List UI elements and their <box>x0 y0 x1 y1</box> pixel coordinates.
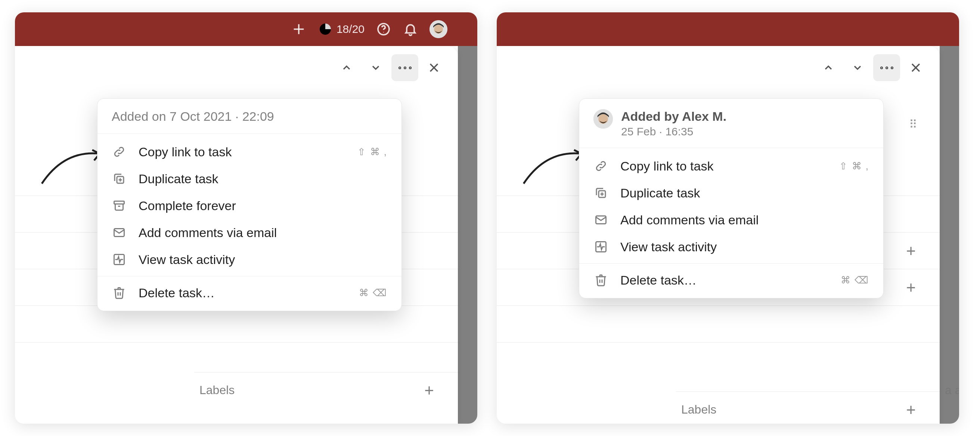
previous-task-button[interactable] <box>815 54 842 81</box>
link-icon <box>112 144 127 159</box>
close-button[interactable] <box>420 54 447 81</box>
chevron-down-icon <box>851 62 864 73</box>
background-strip <box>940 46 959 424</box>
bell-icon[interactable] <box>402 21 418 37</box>
more-horizontal-icon <box>398 67 412 69</box>
user-avatar[interactable] <box>430 20 447 38</box>
labels-heading: Labels <box>199 383 235 397</box>
menu-item-shortcut: ⇧ ⌘ , <box>357 146 387 158</box>
next-task-button[interactable] <box>362 54 389 81</box>
menu-item-label: Copy link to task <box>620 159 827 174</box>
menu-item-label: Delete task… <box>620 273 829 287</box>
left-panel: 18/20 <box>15 12 477 424</box>
mail-icon <box>593 212 608 227</box>
menu-item-duplicate[interactable]: Duplicate task <box>579 179 883 206</box>
menu-item-label: View task activity <box>138 252 387 267</box>
activity-icon <box>112 252 127 267</box>
next-task-button[interactable] <box>844 54 871 81</box>
activity-icon <box>593 239 608 254</box>
menu-item-label: Copy link to task <box>138 145 345 159</box>
menu-item-label: Complete forever <box>138 198 387 213</box>
archive-icon <box>112 198 127 213</box>
help-icon[interactable] <box>376 21 391 37</box>
menu-item-delete[interactable]: Delete task… ⌘ ⌫ <box>97 279 401 306</box>
callout-arrow-icon <box>38 146 105 191</box>
menu-item-view-activity[interactable]: View task activity <box>579 233 883 260</box>
previous-task-button[interactable] <box>333 54 360 81</box>
menu-item-copy-link[interactable]: Copy link to task ⇧ ⌘ , <box>97 138 401 165</box>
add-label-icon[interactable]: + <box>906 402 916 418</box>
task-detail-sheet: ⠿ + + Labels + a alid <box>497 46 940 424</box>
menu-item-email-comments[interactable]: Add comments via email <box>97 219 401 246</box>
svg-rect-12 <box>114 201 124 204</box>
more-horizontal-icon <box>880 67 893 69</box>
mail-icon <box>112 225 127 240</box>
menu-item-shortcut: ⌘ ⌫ <box>841 275 869 286</box>
trash-icon <box>593 273 608 287</box>
menu-item-label: Add comments via email <box>620 213 869 227</box>
duplicate-icon <box>593 185 608 200</box>
added-by-avatar <box>593 109 613 129</box>
menu-divider <box>97 276 401 276</box>
productivity-count: 18/20 <box>337 23 364 35</box>
menu-divider <box>579 263 883 264</box>
added-date-text: 25 Feb · 16:35 <box>621 125 726 138</box>
chevron-up-icon <box>822 62 834 73</box>
quick-add-icon[interactable] <box>291 21 307 37</box>
task-detail-sheet: Labels + Added on 7 Oct 2021 · 22:09 <box>15 46 458 424</box>
add-label-icon[interactable]: + <box>424 382 434 399</box>
drag-handle-icon: ⠿ <box>909 118 917 131</box>
menu-item-label: View task activity <box>620 240 869 254</box>
chevron-up-icon <box>340 62 353 73</box>
task-actions-menu: Added on 7 Oct 2021 · 22:09 Copy link to… <box>97 98 402 311</box>
menu-item-label: Add comments via email <box>138 225 387 240</box>
more-actions-button[interactable] <box>873 54 900 81</box>
menu-item-duplicate[interactable]: Duplicate task <box>97 165 401 192</box>
menu-item-shortcut: ⌘ ⌫ <box>359 287 387 299</box>
more-actions-button[interactable] <box>391 54 418 81</box>
close-button[interactable] <box>902 54 929 81</box>
callout-arrow-icon <box>520 146 587 191</box>
task-actions-menu: Added by Alex M. 25 Feb · 16:35 Copy lin… <box>579 98 884 299</box>
task-property-row <box>497 342 940 379</box>
menu-item-complete-forever[interactable]: Complete forever <box>97 192 401 219</box>
added-by-text: Added by Alex M. <box>621 109 726 124</box>
menu-item-label: Duplicate task <box>620 186 869 200</box>
menu-item-label: Duplicate task <box>138 172 387 186</box>
task-property-row <box>497 305 940 342</box>
link-icon <box>593 158 608 174</box>
productivity-indicator[interactable]: 18/20 <box>318 22 364 37</box>
svg-point-4 <box>383 32 384 32</box>
trash-icon <box>112 285 127 300</box>
menu-item-delete[interactable]: Delete task… ⌘ ⌫ <box>579 267 883 294</box>
menu-item-label: Delete task… <box>138 286 347 300</box>
menu-item-copy-link[interactable]: Copy link to task ⇧ ⌘ , <box>579 153 883 179</box>
right-panel: ⠿ + + Labels + a alid <box>497 12 959 424</box>
pie-icon <box>318 22 333 37</box>
background-strip <box>458 46 477 424</box>
add-icon[interactable]: + <box>906 279 916 296</box>
close-icon <box>909 61 922 74</box>
add-icon[interactable]: + <box>906 243 916 259</box>
app-header-bar <box>497 12 959 46</box>
labels-section[interactable]: Labels + <box>194 372 458 408</box>
labels-section[interactable]: Labels + <box>676 391 940 424</box>
menu-item-email-comments[interactable]: Add comments via email <box>579 206 883 233</box>
app-header-bar: 18/20 <box>15 12 477 46</box>
menu-added-info: Added on 7 Oct 2021 · 22:09 <box>112 109 387 124</box>
duplicate-icon <box>112 171 127 186</box>
truncated-text: a alid <box>945 383 959 397</box>
labels-heading: Labels <box>681 403 716 417</box>
chevron-down-icon <box>370 62 382 73</box>
close-icon <box>428 61 440 74</box>
menu-item-shortcut: ⇧ ⌘ , <box>839 160 869 172</box>
menu-item-view-activity[interactable]: View task activity <box>97 246 401 273</box>
